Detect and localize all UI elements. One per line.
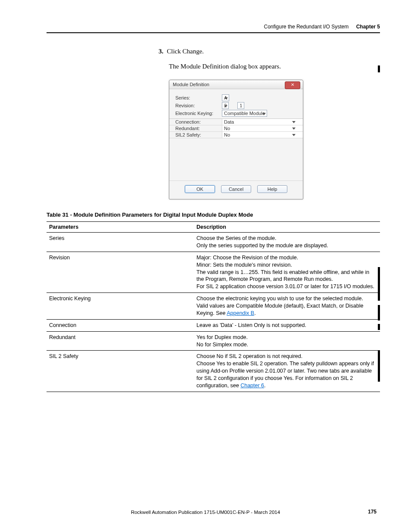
- param-name: Series: [47, 233, 194, 252]
- table-row: ConnectionLeave as 'Data' - Listen Only …: [47, 319, 380, 331]
- table-row: Electronic KeyingChoose the electronic k…: [47, 293, 380, 320]
- help-button[interactable]: Help: [257, 185, 287, 193]
- param-description: Yes for Duplex mode.No for Simplex mode.: [194, 331, 380, 351]
- step-line: 3.Click Change.: [159, 48, 380, 55]
- param-description: Leave as 'Data' - Listen Only is not sup…: [194, 319, 380, 331]
- param-description: Choose No if SIL 2 operation is not requ…: [194, 351, 380, 392]
- close-button[interactable]: ✕: [285, 81, 300, 89]
- param-description: Choose the electronic keying you wish to…: [194, 293, 380, 320]
- param-name: Connection: [47, 319, 194, 331]
- step-description: The Module Definition dialog box appears…: [169, 63, 380, 70]
- page-header: Configure the Redundant I/O System Chapt…: [47, 24, 380, 33]
- param-description: Choose the Series of the module.Only the…: [194, 233, 380, 252]
- redundant-label: Redundant:: [169, 125, 222, 131]
- change-bar: [378, 351, 380, 382]
- sil2-label: SIL2 Safety:: [169, 132, 222, 138]
- ok-button[interactable]: OK: [185, 185, 215, 193]
- header-title: Configure the Redundant I/O System: [264, 24, 349, 30]
- table-header-parameters: Parameters: [47, 222, 194, 233]
- dropdown-icon: [262, 113, 266, 115]
- dropdown-icon: [224, 97, 228, 100]
- page-number: 175: [368, 509, 377, 515]
- module-definition-dialog: Module Definition ✕ Series: A Revision: …: [169, 80, 303, 199]
- parameters-table: Parameters Description SeriesChoose the …: [47, 221, 380, 392]
- revision-label: Revision:: [175, 103, 222, 108]
- connection-label: Connection:: [169, 119, 222, 125]
- redundant-select[interactable]: No: [222, 126, 297, 131]
- table-row: SeriesChoose the Series of the module.On…: [47, 233, 380, 252]
- step-text: Click Change.: [167, 48, 204, 55]
- change-bar: [378, 65, 380, 72]
- table-row: SIL 2 SafetyChoose No if SIL 2 operation…: [47, 351, 380, 392]
- table-row: RedundantYes for Duplex mode.No for Simp…: [47, 331, 380, 351]
- series-label: Series:: [175, 95, 222, 100]
- dropdown-icon: [292, 128, 296, 130]
- header-chapter: Chapter 5: [356, 24, 380, 30]
- step-number: 3.: [159, 48, 163, 55]
- revision-minor-spinner[interactable]: 1: [237, 102, 244, 109]
- table-caption: Table 31 - Module Definition Parameters …: [47, 212, 380, 218]
- cross-reference-link[interactable]: Chapter 6: [240, 383, 264, 389]
- connection-select[interactable]: Data: [222, 119, 297, 124]
- dropdown-icon: [292, 121, 296, 123]
- table-row: RevisionMajor: Choose the Revision of th…: [47, 252, 380, 292]
- param-name: Redundant: [47, 331, 194, 351]
- table-header-description: Description: [194, 222, 380, 233]
- param-name: SIL 2 Safety: [47, 351, 194, 392]
- param-name: Electronic Keying: [47, 293, 194, 320]
- change-bar: [378, 267, 380, 301]
- sil2-select[interactable]: No: [222, 132, 297, 137]
- footer-publication: Rockwell Automation Publication 1715-UM0…: [0, 510, 411, 515]
- dropdown-icon: [224, 105, 227, 107]
- electronic-keying-label: Electronic Keying:: [175, 111, 222, 116]
- dialog-title-text: Module Definition: [173, 82, 209, 87]
- param-name: Revision: [47, 252, 194, 292]
- cancel-button[interactable]: Cancel: [221, 185, 251, 193]
- dropdown-icon: [292, 134, 296, 136]
- electronic-keying-select[interactable]: Compatible Module: [222, 110, 267, 117]
- dialog-titlebar: Module Definition ✕: [169, 80, 303, 89]
- cross-reference-link[interactable]: Appendix B: [227, 310, 254, 316]
- change-bar: [378, 305, 380, 320]
- param-description: Major: Choose the Revision of the module…: [194, 252, 380, 292]
- change-bar: [378, 324, 380, 330]
